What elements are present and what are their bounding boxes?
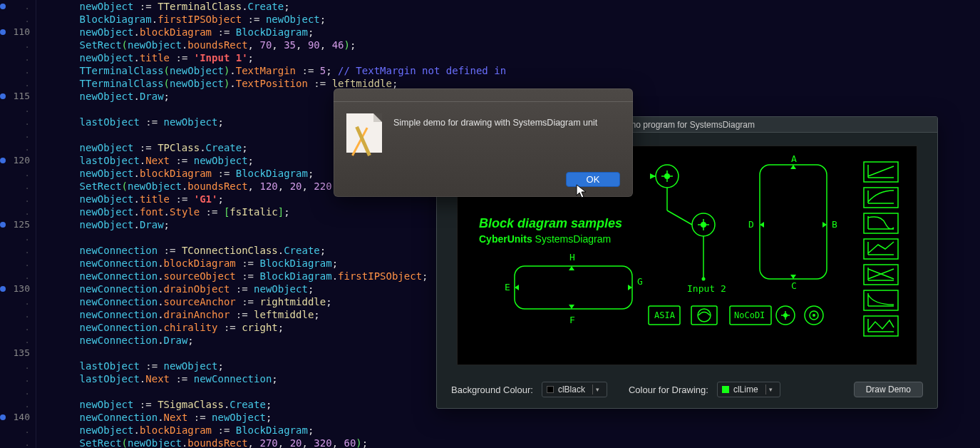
alert-dialog: Simple demo for drawing with SystemsDiag… — [334, 88, 633, 197]
svg-point-26 — [698, 309, 711, 322]
gutter-line: 140 — [0, 411, 36, 424]
gutter-line: . — [0, 270, 36, 282]
fg-color-select[interactable]: clLime ▾ — [717, 382, 780, 397]
label-G: G — [637, 276, 643, 287]
code-editor[interactable]: ..110....115....120....125....130....135… — [0, 0, 510, 448]
gutter-line: . — [0, 0, 36, 13]
breakpoint-marker[interactable] — [0, 29, 6, 35]
label-B: B — [832, 219, 837, 230]
svg-marker-23 — [760, 222, 764, 228]
gutter-line: . — [0, 77, 36, 90]
code-line[interactable]: BlockDiagram.firstIPSObject := newObject… — [43, 13, 510, 26]
chevron-down-icon: ▾ — [765, 385, 775, 394]
label-D: D — [748, 219, 754, 230]
gutter-line: . — [0, 51, 36, 64]
gutter-line: . — [0, 385, 36, 398]
label-F: F — [569, 315, 575, 325]
gutter-line: . — [0, 257, 36, 270]
label-A: A — [791, 153, 797, 164]
gutter: ..110....115....120....125....130....135… — [0, 0, 36, 448]
svg-marker-3 — [569, 266, 574, 270]
gutter-line: . — [0, 141, 36, 154]
gutter-line: . — [0, 13, 36, 26]
bg-color-label: Background Colour: — [451, 385, 533, 395]
svg-rect-35 — [864, 162, 898, 182]
label-C: C — [791, 280, 797, 291]
svg-point-12 — [701, 222, 706, 228]
gutter-line: 120 — [0, 154, 36, 167]
label-input2: Input 2 — [687, 283, 726, 294]
svg-rect-39 — [864, 265, 898, 285]
gutter-line: . — [0, 167, 36, 180]
bg-color-value: clBlack — [558, 385, 585, 394]
svg-point-34 — [813, 314, 815, 317]
label-H: H — [569, 252, 575, 263]
gutter-line: 115 — [0, 90, 36, 103]
svg-marker-4 — [569, 305, 574, 309]
code-line[interactable]: newObject.blockDiagram := BlockDiagram; — [43, 424, 510, 437]
gutter-line: . — [0, 205, 36, 218]
svg-marker-22 — [790, 275, 796, 279]
svg-line-16 — [667, 210, 692, 225]
gutter-line: . — [0, 193, 36, 205]
diagram-controls: Background Colour: clBlack ▾ Colour for … — [437, 371, 937, 408]
gutter-line: . — [0, 437, 36, 448]
gutter-line: 130 — [0, 282, 36, 295]
svg-marker-14 — [650, 173, 656, 179]
gutter-line: . — [0, 128, 36, 141]
gutter-line: . — [0, 103, 36, 116]
code-line[interactable]: newObject.blockDiagram := BlockDiagram; — [43, 26, 510, 39]
gutter-line: . — [0, 308, 36, 321]
breakpoint-marker[interactable] — [0, 93, 6, 99]
diagram-title-text: demo program for SystemsDiagram — [619, 120, 755, 130]
bg-color-select[interactable]: clBlack ▾ — [542, 382, 607, 397]
fg-color-value: clLime — [733, 385, 758, 394]
gutter-line: . — [0, 360, 36, 372]
svg-marker-20 — [790, 165, 796, 169]
gutter-line: . — [0, 398, 36, 411]
ok-button[interactable]: OK — [566, 172, 620, 187]
gutter-line: . — [0, 116, 36, 128]
gutter-line: . — [0, 334, 36, 347]
gutter-line: . — [0, 372, 36, 385]
gutter-line: . — [0, 244, 36, 257]
breakpoint-marker[interactable] — [0, 286, 6, 292]
gutter-line: . — [0, 424, 36, 437]
svg-point-8 — [664, 173, 670, 179]
code-line[interactable]: newObject.title := 'Input 1'; — [43, 51, 510, 64]
label-nocodi: NoCoDI — [734, 310, 765, 320]
gutter-line: . — [0, 321, 36, 334]
svg-point-18 — [702, 278, 706, 281]
label-asia: ASIA — [654, 310, 676, 320]
gutter-line: 125 — [0, 218, 36, 231]
svg-rect-37 — [864, 213, 898, 233]
breakpoint-marker[interactable] — [0, 158, 6, 163]
label-E: E — [505, 282, 510, 292]
svg-point-31 — [783, 313, 788, 317]
breakpoint-marker[interactable] — [0, 4, 6, 9]
svg-marker-2 — [628, 285, 632, 290]
code-line[interactable]: TTerminalClass(newObject).TextMargin := … — [43, 64, 510, 77]
svg-rect-40 — [864, 290, 898, 310]
gutter-line: . — [0, 180, 36, 193]
gutter-line: . — [0, 295, 36, 308]
alert-message: Simple demo for drawing with SystemsDiag… — [393, 109, 597, 128]
breakpoint-marker[interactable] — [0, 414, 6, 420]
gutter-line: 110 — [0, 26, 36, 39]
breakpoint-marker[interactable] — [0, 222, 6, 228]
code-line[interactable]: SetRect(newObject.boundsRect, 70, 35, 90… — [43, 39, 510, 51]
fg-color-label: Colour for Drawing: — [629, 385, 708, 395]
gutter-line: . — [0, 39, 36, 51]
code-line[interactable]: newConnection.Next := newObject; — [43, 411, 510, 424]
gutter-line: 135 — [0, 347, 36, 360]
draw-demo-button[interactable]: Draw Demo — [854, 382, 923, 397]
svg-rect-19 — [760, 165, 827, 279]
gutter-line: . — [0, 64, 36, 77]
code-line[interactable]: SetRect(newObject.boundsRect, 270, 20, 3… — [43, 437, 510, 448]
code-line[interactable]: newObject := TTerminalClass.Create; — [43, 0, 510, 13]
svg-rect-0 — [515, 266, 632, 309]
gutter-line: . — [0, 231, 36, 244]
svg-marker-21 — [822, 222, 827, 228]
svg-marker-1 — [515, 285, 519, 290]
chevron-down-icon: ▾ — [592, 385, 602, 394]
